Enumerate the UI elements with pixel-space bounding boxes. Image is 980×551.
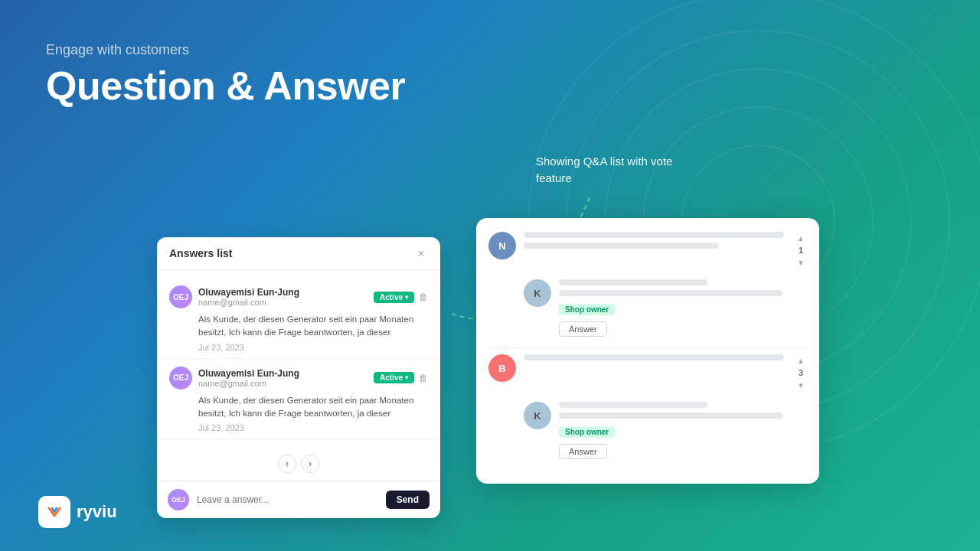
qa-line <box>524 232 784 238</box>
avatar: K <box>524 402 551 429</box>
answer-date: Jul 23, 2023 <box>198 343 428 352</box>
upvote-button[interactable]: ▲ <box>795 232 807 244</box>
qa-line <box>559 290 782 296</box>
panel-footer: OEJ Send <box>157 481 440 518</box>
user-email: name@gmail.com <box>198 298 299 307</box>
qa-answer-row: K Shop owner Answer <box>488 279 807 337</box>
avatar: K <box>524 279 551 307</box>
avatar: N <box>488 232 516 259</box>
status-badge[interactable]: Active ▾ <box>374 372 414 383</box>
qa-line <box>559 279 707 285</box>
answer-date: Jul 23, 2023 <box>198 423 428 432</box>
answer-button[interactable]: Answer <box>559 444 607 459</box>
answers-list: OEJ Oluwayemisi Eun-Jung name@gmail.com … <box>157 270 440 447</box>
vote-controls: ▲ 1 ▼ <box>795 232 807 269</box>
qa-line <box>524 354 784 360</box>
header-subtitle: Engage with customers <box>46 42 405 58</box>
divider <box>488 347 807 348</box>
vote-controls: ▲ 3 ▼ <box>795 354 807 391</box>
header: Engage with customers Question & Answer <box>46 42 405 109</box>
vote-count: 1 <box>799 246 803 255</box>
callout-label: Showing Q&A list with vote feature <box>536 153 674 187</box>
answer-item: OEJ Oluwayemisi Eun-Jung name@gmail.com … <box>157 359 440 440</box>
logo-text: ryviu <box>77 502 117 522</box>
answer-text: Als Kunde, der diesen Generator seit ein… <box>198 394 428 421</box>
qa-question-row: N ▲ 1 ▼ <box>488 232 807 269</box>
downvote-button[interactable]: ▼ <box>795 256 807 269</box>
vote-count: 3 <box>799 368 803 377</box>
user-name: Oluwayemisi Eun-Jung <box>198 287 299 298</box>
avatar: OEJ <box>169 367 192 390</box>
shop-owner-badge: Shop owner <box>559 426 615 438</box>
close-button[interactable]: × <box>414 246 428 260</box>
user-avatar: OEJ <box>168 489 189 510</box>
qa-line <box>524 243 719 249</box>
avatar: B <box>488 354 516 382</box>
answer-input[interactable] <box>197 494 378 505</box>
avatar: OEJ <box>169 285 192 308</box>
answer-text: Als Kunde, der diesen Generator seit ein… <box>198 313 428 340</box>
user-email: name@gmail.com <box>198 379 299 388</box>
qa-line <box>559 412 782 419</box>
answers-panel: Answers list × OEJ Oluwayemisi Eun-Jung … <box>157 237 440 518</box>
header-title: Question & Answer <box>46 63 405 109</box>
answer-item: OEJ Oluwayemisi Eun-Jung name@gmail.com … <box>157 278 440 359</box>
qa-line <box>559 402 707 408</box>
delete-icon[interactable]: 🗑 <box>419 373 428 383</box>
qa-panel: N ▲ 1 ▼ K Shop owner Answer B <box>476 218 819 484</box>
answers-panel-title: Answers list <box>169 247 232 259</box>
prev-page-button[interactable]: ‹ <box>278 455 296 473</box>
upvote-button[interactable]: ▲ <box>795 354 807 367</box>
status-badge[interactable]: Active ▾ <box>374 292 414 303</box>
answer-button[interactable]: Answer <box>559 321 607 337</box>
shop-owner-badge: Shop owner <box>559 304 615 315</box>
answers-panel-header: Answers list × <box>157 237 440 270</box>
delete-icon[interactable]: 🗑 <box>419 292 428 302</box>
downvote-button[interactable]: ▼ <box>795 379 807 391</box>
user-name: Oluwayemisi Eun-Jung <box>198 368 299 379</box>
pagination: ‹ › <box>157 447 440 481</box>
qa-answer-row: K Shop owner Answer <box>488 402 807 459</box>
logo: ryviu <box>38 496 117 528</box>
next-page-button[interactable]: › <box>301 455 319 473</box>
send-button[interactable]: Send <box>386 491 430 509</box>
logo-icon <box>38 496 70 528</box>
qa-question-row: B ▲ 3 ▼ <box>488 354 807 391</box>
